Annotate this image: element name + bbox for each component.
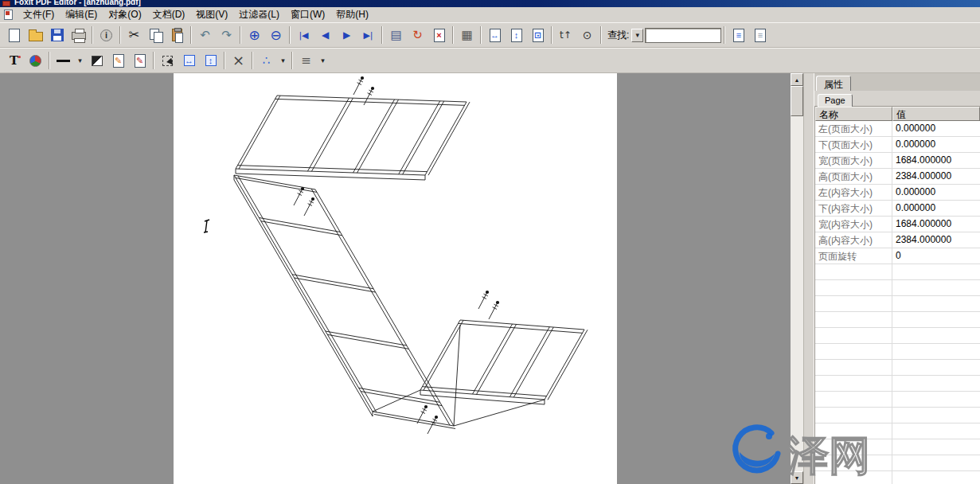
menu-filter[interactable]: 过滤器(L)	[233, 7, 285, 22]
distribute-dropdown-button[interactable]: ▾	[317, 50, 329, 72]
property-row[interactable]: 宽(页面大小)1684.000000	[815, 153, 980, 169]
fit-page-button[interactable]: ⊡	[527, 25, 549, 46]
fit-width-button[interactable]: ↔	[484, 25, 506, 46]
property-value[interactable]: 2384.000000	[892, 169, 980, 184]
property-row[interactable]: 下(页面大小)0.000000	[815, 137, 980, 153]
document-system-icon[interactable]	[4, 10, 13, 20]
property-value[interactable]: 0.000000	[892, 185, 980, 200]
property-value[interactable]: 0.000000	[892, 201, 980, 216]
print-button[interactable]	[68, 25, 89, 46]
column-header-value[interactable]: 值	[892, 107, 980, 121]
property-value[interactable]: 1684.000000	[892, 153, 980, 168]
property-row-empty	[815, 439, 980, 455]
cut-button[interactable]: ✂	[123, 25, 145, 46]
scroll-down-button[interactable]: ▼	[791, 471, 803, 484]
property-value[interactable]: 2384.000000	[892, 232, 980, 248]
find-results-button[interactable]: ≡	[749, 25, 771, 46]
find-dropdown-button[interactable]: ▾	[631, 29, 643, 42]
property-row[interactable]: 左(页面大小)0.000000	[815, 121, 980, 137]
page-layout-button[interactable]: ▤	[385, 25, 407, 46]
scale-object-button[interactable]: ↕	[200, 50, 221, 72]
nodes-dropdown-button[interactable]: ▾	[277, 50, 289, 72]
menu-help[interactable]: 帮助(H)	[330, 7, 374, 22]
edit-page-content-button[interactable]: ✎	[107, 50, 129, 72]
copy-button[interactable]	[145, 25, 166, 46]
property-row-empty	[815, 328, 980, 344]
last-page-button[interactable]: ▶|	[357, 25, 379, 46]
panel-tab-strip: 属性	[814, 73, 980, 91]
scroll-up-button[interactable]: ▲	[791, 73, 803, 86]
vertical-scrollbar[interactable]: ▲ ▼	[791, 73, 803, 484]
property-value[interactable]: 0.000000	[892, 121, 980, 136]
menu-window[interactable]: 窗口(W)	[285, 7, 330, 22]
property-value[interactable]: 0	[892, 248, 980, 263]
find-results-icon: ≡	[755, 29, 766, 42]
property-name: 页面旋转	[815, 248, 892, 263]
menu-document[interactable]: 文档(D)	[147, 7, 191, 22]
menu-edit[interactable]: 编辑(E)	[60, 7, 103, 22]
zoom-out-button[interactable]: ⊖	[265, 25, 287, 46]
text-tool-glyph: T	[8, 54, 21, 67]
property-name	[815, 408, 892, 423]
property-row[interactable]: 高(页面大小)2384.000000	[815, 169, 980, 185]
property-value[interactable]: 0.000000	[892, 137, 980, 152]
undo-button[interactable]: ↶	[194, 25, 216, 46]
edit-page-form-button[interactable]: ✎	[129, 50, 150, 72]
tab-page[interactable]: Page	[818, 94, 853, 107]
text-attributes-button[interactable]: t↑	[555, 25, 576, 46]
redo-button[interactable]: ↷	[216, 25, 237, 46]
pdf-page[interactable]	[174, 73, 617, 484]
menu-object[interactable]: 对象(O)	[103, 7, 146, 22]
property-name	[815, 312, 892, 327]
zoom-in-button[interactable]: ⊕	[244, 25, 265, 46]
about-info-button[interactable]: i	[96, 25, 117, 46]
menu-file[interactable]: 文件(F)	[18, 7, 60, 22]
menu-view[interactable]: 视图(V)	[190, 7, 233, 22]
open-folder-button[interactable]	[25, 25, 46, 46]
property-row[interactable]: 下(内容大小)0.000000	[815, 201, 980, 217]
find-in-document-button[interactable]: ≡	[728, 25, 749, 46]
property-row[interactable]: 页面旋转0	[815, 248, 980, 264]
save-button[interactable]	[46, 25, 68, 46]
property-row[interactable]: 宽(内容大小)1684.000000	[815, 217, 980, 232]
next-page-button[interactable]: ▶	[336, 25, 357, 46]
first-page-button[interactable]: |◀	[293, 25, 314, 46]
rotate-pages-button[interactable]: ↻	[407, 25, 428, 46]
panel-splitter[interactable]	[803, 73, 814, 484]
snap-grid-button[interactable]: ▦	[456, 25, 478, 46]
prev-page-icon: ◀	[322, 30, 329, 40]
delete-pages-button[interactable]: ×	[428, 25, 450, 46]
property-value[interactable]: 1684.000000	[892, 217, 980, 232]
fill-style-button[interactable]	[86, 50, 107, 72]
locate-object-button[interactable]: ⊙	[576, 25, 598, 46]
property-name	[815, 392, 892, 407]
property-row-empty	[815, 296, 980, 312]
property-row[interactable]: 高(内容大小)2384.000000	[815, 232, 980, 248]
property-name	[815, 280, 892, 295]
title-bar[interactable]: Foxit PDF Editor - [anzhuang.pdf]	[0, 0, 980, 7]
tools-button[interactable]: ×	[228, 50, 249, 72]
prev-page-button[interactable]: ◀	[314, 25, 336, 46]
find-input[interactable]	[645, 28, 721, 43]
select-object-button[interactable]	[157, 50, 178, 72]
color-wheel-button[interactable]	[25, 50, 46, 72]
fit-width-glyph: ↔	[490, 29, 500, 41]
fit-height-button[interactable]: ↕	[506, 25, 527, 46]
text-tool-button[interactable]: T	[3, 50, 25, 72]
scrollbar-thumb[interactable]	[791, 86, 803, 116]
line-width-dropdown-button[interactable]: ▾	[74, 50, 86, 72]
edit-page-content-glyph: ✎	[114, 55, 123, 67]
document-canvas[interactable]	[0, 73, 791, 484]
paste-button[interactable]	[166, 25, 188, 46]
undo-icon: ↶	[200, 29, 210, 41]
property-row[interactable]: 左(内容大小)0.000000	[815, 185, 980, 201]
property-row-empty	[815, 376, 980, 392]
column-header-name[interactable]: 名称	[815, 107, 892, 121]
nodes-button[interactable]: ∴	[256, 50, 277, 72]
rotate-object-button[interactable]: ↔	[178, 50, 200, 72]
new-document-button[interactable]	[3, 25, 25, 46]
line-width-button[interactable]	[53, 50, 74, 72]
property-name: 宽(页面大小)	[815, 153, 892, 168]
distribute-button[interactable]: ≡	[295, 50, 317, 72]
page-drawing	[174, 73, 617, 484]
